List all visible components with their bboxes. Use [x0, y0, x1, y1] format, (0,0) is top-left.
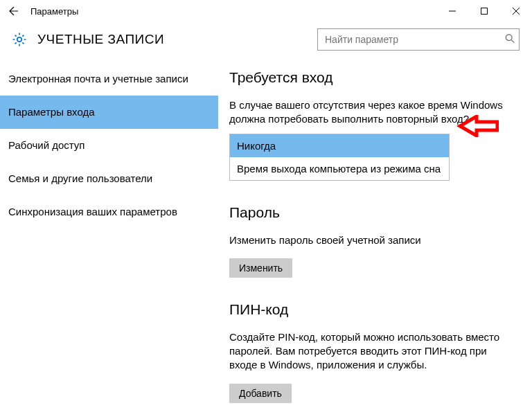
page-title: УЧЕТНЫЕ ЗАПИСИ: [33, 32, 317, 47]
dropdown-option-never[interactable]: Никогда: [230, 134, 449, 157]
add-pin-button[interactable]: Добавить: [229, 384, 292, 403]
search-icon: [505, 34, 515, 46]
pin-block: ПИН-код Создайте PIN-код, который можно …: [229, 301, 515, 403]
maximize-icon: [481, 8, 488, 15]
minimize-button[interactable]: [436, 0, 468, 22]
main-content: Требуется вход В случае вашего отсутстви…: [218, 57, 532, 419]
dropdown-option-sleep[interactable]: Время выхода компьютера из режима сна: [230, 157, 449, 180]
signin-required-block: Требуется вход В случае вашего отсутстви…: [229, 69, 515, 181]
body: Электронная почта и учетные записи Парам…: [0, 57, 532, 419]
svg-rect-1: [481, 8, 488, 15]
svg-point-4: [17, 37, 21, 42]
close-button[interactable]: [500, 0, 532, 22]
svg-line-6: [511, 40, 514, 43]
annotation-arrow-icon: [456, 115, 499, 139]
sidebar: Электронная почта и учетные записи Парам…: [0, 57, 218, 419]
sidebar-item-email-accounts[interactable]: Электронная почта и учетные записи: [0, 62, 218, 96]
search-input[interactable]: [318, 29, 519, 50]
header-row: УЧЕТНЫЕ ЗАПИСИ: [0, 22, 532, 57]
password-heading: Пароль: [229, 204, 515, 221]
search-box[interactable]: [317, 28, 520, 51]
window-title: Параметры: [28, 6, 78, 17]
minimize-icon: [449, 8, 456, 15]
maximize-button[interactable]: [468, 0, 500, 22]
svg-point-5: [506, 35, 512, 41]
close-icon: [513, 8, 520, 15]
back-button[interactable]: [0, 0, 28, 22]
password-block: Пароль Изменить пароль своей учетной зап…: [229, 204, 515, 278]
signin-timeout-dropdown[interactable]: Никогда Время выхода компьютера из режим…: [229, 134, 450, 181]
change-password-button[interactable]: Изменить: [229, 258, 292, 278]
password-description: Изменить пароль своей учетной записи: [229, 233, 515, 247]
pin-heading: ПИН-код: [229, 301, 515, 318]
sidebar-item-work-access[interactable]: Рабочий доступ: [0, 129, 218, 162]
signin-heading: Требуется вход: [229, 69, 515, 86]
sidebar-item-sync-settings[interactable]: Синхронизация ваших параметров: [0, 195, 218, 229]
back-arrow-icon: [8, 6, 19, 17]
settings-gear-icon: [6, 31, 33, 48]
titlebar: Параметры: [0, 0, 532, 22]
sidebar-item-signin-options[interactable]: Параметры входа: [0, 96, 218, 129]
sidebar-item-family-users[interactable]: Семья и другие пользователи: [0, 162, 218, 195]
pin-description: Создайте PIN-код, который можно использо…: [229, 330, 515, 373]
